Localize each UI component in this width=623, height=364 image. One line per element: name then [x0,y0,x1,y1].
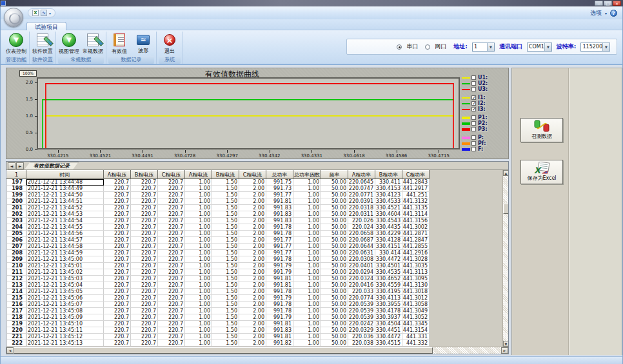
baud-dropdown-icon[interactable]: ▼ [602,43,609,51]
data-cell[interactable]: 1.00 [185,276,212,282]
address-dropdown-icon[interactable]: ▼ [487,43,494,51]
data-cell[interactable]: 2.00 [239,218,266,224]
legend-checkbox[interactable] [471,135,476,140]
data-cell[interactable]: 2.00 [239,179,266,186]
data-cell[interactable]: 220.0747 [348,186,375,192]
quick-access-dropdown-icon[interactable]: ▾ [49,11,51,15]
data-cell[interactable]: 220.0539 [348,302,375,308]
data-cell[interactable]: 330.4533 [375,198,402,205]
data-cell[interactable]: 50.00 [321,276,348,282]
data-cell[interactable]: 1.00 [185,334,212,340]
data-cell[interactable]: 220.7 [131,295,158,302]
data-cell[interactable]: 220.7 [131,218,158,224]
row-number-cell[interactable]: 213 [7,282,26,289]
data-cell[interactable]: 2021-12-21 13:44:51 [26,198,104,205]
data-cell[interactable]: 220.7 [104,205,131,211]
data-cell[interactable]: 330.4195 [375,289,402,295]
table-row[interactable]: 2032021-12-21 13:44:54220.7220.7220.71.0… [7,218,430,224]
data-cell[interactable]: 991.81 [266,282,293,289]
data-cell[interactable]: 220.7 [104,198,131,205]
data-cell[interactable]: 1.00 [185,231,212,237]
data-cell[interactable]: 1.00 [293,308,321,314]
data-cell[interactable]: 220.7 [104,237,131,244]
data-cell[interactable]: 220.7 [104,340,131,347]
data-cell[interactable]: 220.7 [131,302,158,308]
data-cell[interactable]: 2.00 [239,198,266,205]
data-cell[interactable]: 991.83 [266,327,293,334]
row-number-cell[interactable]: 220 [7,327,26,334]
data-cell[interactable]: 220.7 [131,282,158,289]
data-cell[interactable]: 1.50 [212,321,239,327]
data-cell[interactable]: 2021-12-21 13:44:58 [26,244,104,250]
data-cell[interactable]: 441.2916 [402,250,430,256]
data-cell[interactable]: 220.7 [158,179,185,186]
data-cell[interactable]: 220.0644 [348,244,375,250]
data-cell[interactable]: 2.00 [239,192,266,198]
vertical-scroll-thumb[interactable] [503,204,508,214]
data-cell[interactable]: 441.332 [402,340,430,347]
column-header-频率[interactable]: 频率 [321,171,348,179]
data-cell[interactable]: 50.00 [321,269,348,276]
data-cell[interactable]: 220.038 [348,340,375,347]
data-cell[interactable]: 991.79 [266,295,293,302]
data-cell[interactable]: 330.4472 [375,334,402,340]
data-cell[interactable]: 1.00 [293,205,321,211]
data-cell[interactable]: 2021-12-21 13:44:50 [26,192,104,198]
table-row[interactable]: 2222021-12-21 13:45:13220.7220.7220.71.0… [7,340,430,347]
data-cell[interactable]: 1.50 [212,231,239,237]
data-cell[interactable]: 2.00 [239,295,266,302]
table-row[interactable]: 2232021-12-21 13:45:14220.7220.7220.71.0… [7,347,430,347]
data-cell[interactable]: 441.3018 [402,289,430,295]
data-cell[interactable]: 991.83 [266,218,293,224]
data-cell[interactable]: 330.4521 [375,205,402,211]
data-cell[interactable]: 2021-12-21 13:44:56 [26,231,104,237]
data-cell[interactable]: 441.2847 [402,237,430,244]
data-cell[interactable]: 50.00 [321,186,348,192]
data-cell[interactable]: 1.50 [212,224,239,231]
data-cell[interactable]: 220.033 [348,289,375,295]
data-cell[interactable]: 2.00 [239,256,266,263]
data-cell[interactable]: 220.7 [131,340,158,347]
data-cell[interactable]: 220.7 [158,327,185,334]
data-cell[interactable]: 2.00 [239,340,266,347]
table-row[interactable]: 2042021-12-21 13:44:55220.7220.7220.71.0… [7,224,430,231]
data-cell[interactable]: 2.00 [239,314,266,321]
data-cell[interactable]: 50.00 [321,198,348,205]
data-cell[interactable]: 441.251 [402,192,430,198]
data-cell[interactable]: 1.00 [293,218,321,224]
data-cell[interactable]: 220.7 [104,347,131,347]
column-header-A相功率[interactable]: A相功率 [348,171,375,179]
row-number-cell[interactable]: 217 [7,308,26,314]
data-cell[interactable]: 220.7 [131,186,158,192]
data-cell[interactable]: 2021-12-21 13:45:09 [26,314,104,321]
data-cell[interactable]: 441.3132 [402,198,430,205]
data-cell[interactable]: 220.7 [131,276,158,282]
row-number-cell[interactable]: 202 [7,211,26,218]
legend-checkbox[interactable]: ✓ [471,107,476,111]
legend-checkbox[interactable] [471,81,476,86]
data-cell[interactable]: 1.50 [212,314,239,321]
data-cell[interactable]: 2021-12-21 13:45:10 [26,321,104,327]
data-cell[interactable]: 441.3052 [402,314,430,321]
horizontal-scroll-track[interactable] [14,347,501,354]
data-cell[interactable]: 220.7 [104,269,131,276]
data-cell[interactable]: 2021-12-21 13:45:03 [26,276,104,282]
data-cell[interactable]: 2021-12-21 13:45:08 [26,308,104,314]
data-cell[interactable]: 220.0645 [348,179,375,186]
data-cell[interactable]: 220.7 [131,205,158,211]
data-cell[interactable]: 330.4545 [375,347,402,347]
data-cell[interactable]: 220.7 [158,244,185,250]
data-cell[interactable]: 1.00 [293,198,321,205]
column-header-B相电流[interactable]: B相电流 [212,171,239,179]
options-dropdown-icon[interactable]: ▾ [605,11,607,15]
data-cell[interactable]: 220.7 [158,347,185,347]
data-cell[interactable]: 330.4652 [375,276,402,282]
data-cell[interactable]: 220.0391 [348,198,375,205]
data-cell[interactable]: 220.7 [104,256,131,263]
data-cell[interactable]: 441.3114 [402,211,430,218]
data-cell[interactable]: 1.00 [185,321,212,327]
data-cell[interactable]: 220.7 [104,308,131,314]
data-cell[interactable]: 220.0771 [348,192,375,198]
data-cell[interactable]: 1.00 [293,244,321,250]
data-cell[interactable]: 441.2917 [402,186,430,192]
